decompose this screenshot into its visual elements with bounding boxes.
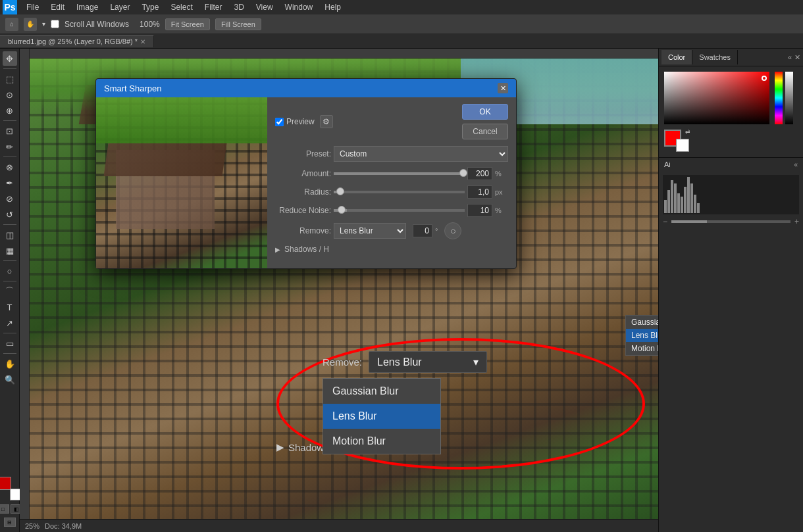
menu-3d[interactable]: 3D bbox=[228, 1, 249, 13]
preset-select[interactable]: Custom Default bbox=[334, 146, 508, 162]
rectangle-tool[interactable]: ▭ bbox=[3, 336, 17, 351]
dialog-title-bar[interactable]: Smart Sharpen ✕ bbox=[96, 79, 516, 97]
menu-type[interactable]: Type bbox=[136, 1, 164, 13]
dodge-tool[interactable]: ○ bbox=[3, 264, 17, 278]
tool-separator-4 bbox=[3, 224, 16, 225]
fill-screen-button[interactable]: Fill Screen bbox=[215, 18, 261, 30]
tool-separator-8 bbox=[3, 353, 16, 354]
zoom-tool[interactable]: 🔍 bbox=[3, 372, 17, 387]
eyedropper-tool[interactable]: ✏ bbox=[3, 139, 17, 154]
angle-dial[interactable]: ○ bbox=[444, 222, 461, 239]
background-swatch[interactable] bbox=[676, 139, 689, 152]
screen-mode-icon[interactable]: ⊟ bbox=[4, 518, 16, 527]
color-gradient-picker[interactable] bbox=[664, 72, 769, 124]
quick-select-tool[interactable]: ⊕ bbox=[3, 103, 17, 118]
swatch-row: ⇄ bbox=[664, 130, 798, 152]
type-tool[interactable]: T bbox=[3, 300, 17, 314]
remove-select[interactable]: Gaussian Blur Lens Blur Motion Blur bbox=[334, 223, 406, 239]
foreground-color-swatch[interactable] bbox=[0, 477, 11, 490]
amount-slider[interactable] bbox=[334, 172, 465, 175]
menu-bar: Ps File Edit Image Layer Type Select Fil… bbox=[0, 0, 803, 14]
angle-unit: ° bbox=[435, 227, 438, 235]
panel-tabs: Color Swatches bbox=[661, 50, 738, 64]
panel-collapse-icon[interactable]: ✕ bbox=[794, 53, 800, 62]
swap-icon[interactable]: ⇄ bbox=[685, 128, 690, 135]
color-swatches-container bbox=[0, 477, 22, 500]
dialog-close-button[interactable]: ✕ bbox=[498, 83, 508, 93]
color-cursor-handle[interactable] bbox=[762, 76, 767, 81]
zoom-slider[interactable] bbox=[671, 220, 790, 223]
shadows-highlights-row[interactable]: ▶ Shadows / H bbox=[275, 245, 508, 254]
remove-option-gaussian-small[interactable]: Gaussian Blur bbox=[626, 316, 658, 329]
document-tab[interactable]: blurred1.jpg @ 25% (Layer 0, RGB/8#) * ✕ bbox=[0, 35, 154, 47]
preview-checkbox-row: Preview bbox=[275, 117, 315, 126]
left-toolbar: ✥ ⬚ ⊙ ⊕ ⊡ ✏ ⊗ ✒ ⊘ ↺ ◫ ▦ ○ ⌒ T ↗ ▭ ✋ 🔍 □ bbox=[0, 49, 20, 532]
preview-trees bbox=[96, 97, 267, 143]
histogram-bar bbox=[671, 180, 673, 213]
gradient-tool[interactable]: ▦ bbox=[3, 243, 17, 258]
preview-checkbox[interactable] bbox=[275, 118, 284, 126]
lasso-tool[interactable]: ⊙ bbox=[3, 87, 17, 102]
fit-screen-button[interactable]: Fit Screen bbox=[165, 18, 210, 30]
move-tool[interactable]: ✥ bbox=[3, 51, 17, 66]
big-remove-select[interactable]: Lens Blur ▾ bbox=[369, 351, 487, 373]
remove-option-lens-small[interactable]: Lens Blur bbox=[626, 329, 658, 342]
histogram-bar bbox=[664, 200, 667, 213]
marquee-tool[interactable]: ⬚ bbox=[3, 72, 17, 86]
menu-layer[interactable]: Layer bbox=[105, 1, 135, 13]
history-brush-tool[interactable]: ↺ bbox=[3, 207, 17, 222]
scroll-all-windows-checkbox[interactable] bbox=[51, 20, 59, 28]
hand-dropdown[interactable]: ▾ bbox=[42, 20, 45, 28]
big-dropdown-overlay: Remove: Lens Blur ▾ Gaussian Blur Lens B… bbox=[323, 351, 487, 454]
tab-close-icon[interactable]: ✕ bbox=[140, 38, 145, 45]
ok-button[interactable]: OK bbox=[462, 104, 508, 120]
hand-tool-icon[interactable]: ✋ bbox=[24, 18, 37, 31]
swatches-tab[interactable]: Swatches bbox=[692, 50, 738, 64]
big-dropdown-list: Gaussian Blur Lens Blur Motion Blur bbox=[323, 378, 441, 454]
brightness-slider[interactable] bbox=[785, 72, 793, 124]
tab-bar: blurred1.jpg @ 25% (Layer 0, RGB/8#) * ✕ bbox=[0, 34, 803, 49]
spot-heal-tool[interactable]: ⊗ bbox=[3, 160, 17, 174]
status-doc-info: Doc: 34,9M bbox=[45, 522, 82, 530]
menu-window[interactable]: Window bbox=[280, 1, 319, 13]
angle-value-input[interactable] bbox=[413, 224, 432, 237]
menu-image[interactable]: Image bbox=[71, 1, 103, 13]
path-select-tool[interactable]: ↗ bbox=[3, 316, 17, 330]
radius-slider[interactable] bbox=[334, 191, 465, 193]
zoom-in-icon[interactable]: + bbox=[794, 217, 799, 226]
cancel-button[interactable]: Cancel bbox=[462, 124, 508, 139]
tool-separator-3 bbox=[3, 157, 16, 157]
clone-tool[interactable]: ⊘ bbox=[3, 191, 17, 206]
zoom-out-icon[interactable]: − bbox=[663, 217, 667, 226]
secondary-panel-expand[interactable]: « bbox=[794, 161, 798, 168]
home-icon[interactable]: ⌂ bbox=[5, 18, 18, 31]
dialog-preview-area[interactable] bbox=[96, 97, 267, 268]
standard-mode-icon[interactable]: □ bbox=[0, 504, 9, 514]
crop-tool[interactable]: ⊡ bbox=[3, 124, 17, 138]
menu-view[interactable]: View bbox=[251, 1, 278, 13]
reduce-noise-slider[interactable] bbox=[334, 209, 465, 212]
menu-help[interactable]: Help bbox=[319, 1, 346, 13]
panel-expand-icon[interactable]: « bbox=[788, 53, 792, 62]
eraser-tool[interactable]: ◫ bbox=[3, 228, 17, 242]
hue-slider[interactable] bbox=[775, 72, 783, 124]
remove-option-motion-small[interactable]: Motion Blur bbox=[626, 342, 658, 355]
big-option-gaussian[interactable]: Gaussian Blur bbox=[323, 379, 440, 404]
radius-value-input[interactable] bbox=[467, 185, 492, 199]
pen-tool[interactable]: ⌒ bbox=[3, 284, 17, 299]
menu-edit[interactable]: Edit bbox=[45, 1, 70, 13]
menu-file[interactable]: File bbox=[21, 1, 44, 13]
color-tab[interactable]: Color bbox=[661, 50, 692, 64]
menu-filter[interactable]: Filter bbox=[199, 1, 228, 13]
dialog-top-row: Preview ⚙ OK Cancel bbox=[275, 104, 508, 139]
settings-gear-button[interactable]: ⚙ bbox=[320, 115, 333, 128]
amount-value-input[interactable] bbox=[467, 167, 492, 180]
menu-select[interactable]: Select bbox=[165, 1, 197, 13]
brush-tool[interactable]: ✒ bbox=[3, 176, 17, 190]
hand-tool[interactable]: ✋ bbox=[3, 356, 17, 371]
big-option-lens[interactable]: Lens Blur bbox=[323, 404, 440, 429]
big-option-motion[interactable]: Motion Blur bbox=[323, 429, 440, 454]
reduce-noise-value-input[interactable] bbox=[467, 204, 492, 217]
radius-row: Radius: px bbox=[275, 185, 508, 199]
tool-separator-6 bbox=[3, 281, 16, 281]
